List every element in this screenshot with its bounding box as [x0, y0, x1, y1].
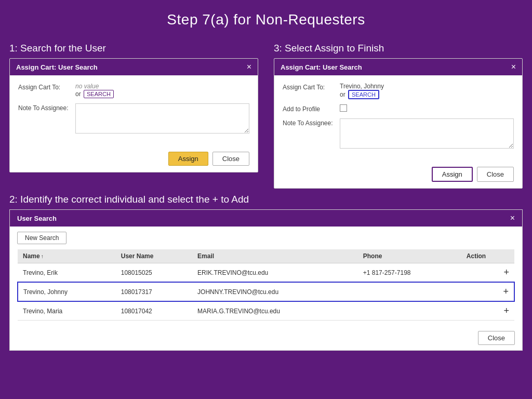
dialog2: Assign Cart: User Search × Assign Cart T…	[274, 58, 523, 189]
cell-phone: +1 817-257-7198	[358, 263, 461, 283]
user-search-footer: Close	[10, 327, 522, 350]
assign-button-1[interactable]: Assign	[168, 152, 208, 166]
step3-label: 3: Select Assign to Finish	[274, 43, 523, 54]
step1-label: 1: Search for the User	[9, 43, 258, 54]
dialog1-close-button[interactable]: ×	[247, 63, 251, 71]
table-row: Trevino, Johnny 108017317 JOHNNY.TREVINO…	[18, 282, 514, 301]
cell-email: ERIK.TREVINO@tcu.edu	[192, 263, 358, 283]
table-row: Trevino, Erik 108015025 ERIK.TREVINO@tcu…	[18, 263, 514, 283]
cell-email: JOHNNY.TREVINO@tcu.edu	[192, 282, 358, 301]
cell-username: 108017042	[116, 301, 192, 321]
close-button-2[interactable]: Close	[477, 167, 514, 182]
assign-button-2[interactable]: Assign	[432, 167, 473, 182]
or-text: or	[75, 90, 81, 98]
dialog2-footer: Assign Close	[274, 163, 522, 188]
note-label-1: Note To Assignee:	[18, 103, 75, 112]
cell-name: Trevino, Maria	[18, 301, 116, 321]
col-name: Name↑	[18, 249, 116, 263]
assign-cart-label-2: Assign Cart To:	[283, 83, 340, 91]
note-label-2: Note To Assignee:	[283, 118, 340, 127]
cell-phone	[358, 301, 461, 321]
page-title: Step 7(a) for Non-Requesters	[0, 0, 532, 37]
no-value-text: no value	[75, 83, 99, 90]
dialog2-header: Assign Cart: User Search ×	[274, 59, 522, 75]
note-row-2: Note To Assignee:	[283, 118, 514, 150]
user-search-close-button[interactable]: ×	[510, 214, 515, 222]
dialog1: Assign Cart: User Search × Assign Cart T…	[9, 58, 258, 172]
assign-cart-label: Assign Cart To:	[18, 83, 75, 91]
col-phone: Phone	[358, 249, 461, 263]
dialog1-header: Assign Cart: User Search ×	[10, 59, 258, 75]
note-row-1: Note To Assignee:	[18, 103, 249, 135]
cell-name: Trevino, Erik	[18, 263, 116, 283]
dialog2-close-button[interactable]: ×	[511, 63, 516, 71]
add-to-profile-checkbox[interactable]	[340, 104, 347, 112]
assign-cart-row: Assign Cart To: no value or SEARCH	[18, 83, 249, 98]
or-text-2: or	[340, 91, 345, 98]
close-button-1[interactable]: Close	[212, 152, 249, 166]
user-search-close-btn[interactable]: Close	[478, 331, 515, 345]
add-user-button[interactable]: +	[461, 282, 514, 301]
add-to-profile-label: Add to Profile	[283, 104, 340, 113]
col-action: Action	[461, 249, 514, 263]
note-textarea-1[interactable]	[75, 103, 249, 134]
cell-email: MARIA.G.TREVINO@tcu.edu	[192, 301, 358, 321]
add-user-button[interactable]: +	[461, 301, 514, 321]
table-row: Trevino, Maria 108017042 MARIA.G.TREVINO…	[18, 301, 514, 321]
note-textarea-2[interactable]	[340, 118, 514, 149]
dialog2-title: Assign Cart: User Search	[281, 63, 362, 71]
user-table: Name↑ User Name Email Phone Action Trevi…	[17, 249, 515, 321]
new-search-button[interactable]: New Search	[17, 232, 66, 244]
user-search-header: User Search ×	[10, 210, 522, 227]
cell-phone	[358, 282, 461, 301]
cell-username: 108017317	[116, 282, 192, 301]
cell-username: 108015025	[116, 263, 192, 283]
dialog1-title: Assign Cart: User Search	[16, 63, 98, 71]
add-user-button[interactable]: +	[461, 263, 514, 283]
search-link-1[interactable]: SEARCH	[84, 90, 114, 98]
user-search-title: User Search	[17, 215, 57, 222]
assign-cart-row-2: Assign Cart To: Trevino, Johnny or SEARC…	[283, 83, 514, 99]
assigned-value: Trevino, Johnny	[340, 83, 384, 90]
dialog1-footer: Assign Close	[10, 148, 258, 172]
col-username: User Name	[116, 249, 192, 263]
step2-label: 2: Identify the correct individual and s…	[9, 194, 523, 205]
col-email: Email	[192, 249, 358, 263]
add-to-profile-row: Add to Profile	[283, 104, 514, 113]
user-search-panel: User Search × New Search Name↑ User Name…	[9, 209, 523, 351]
table-header-row: Name↑ User Name Email Phone Action	[18, 249, 514, 263]
search-link-2[interactable]: SEARCH	[348, 90, 379, 99]
cell-name: Trevino, Johnny	[18, 282, 116, 301]
